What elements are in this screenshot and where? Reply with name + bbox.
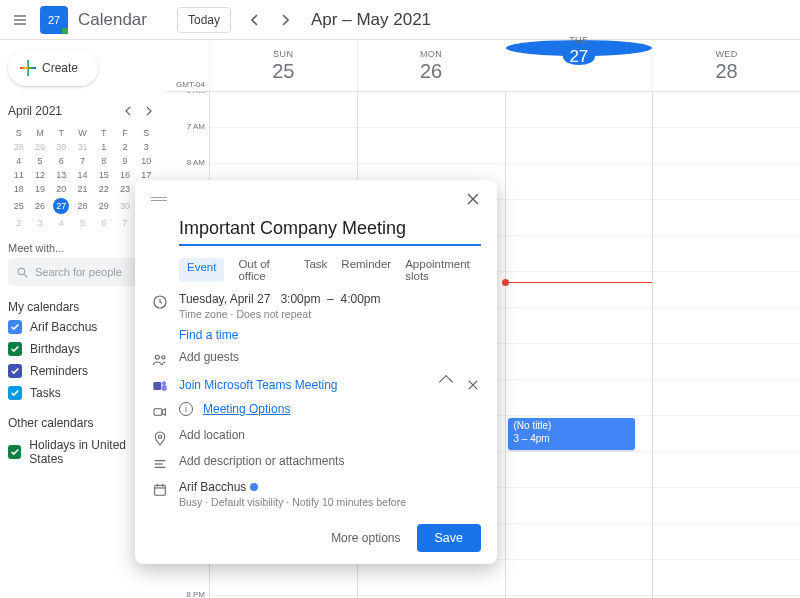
tab-task[interactable]: Task <box>304 258 328 282</box>
mini-day-cell[interactable]: 22 <box>93 182 114 196</box>
hour-label: 8 AM <box>187 158 205 167</box>
mini-day-cell[interactable]: 15 <box>93 168 114 182</box>
remove-conference-button[interactable] <box>465 377 481 393</box>
mini-day-cell[interactable]: 25 <box>8 196 29 216</box>
mini-day-cell[interactable]: 21 <box>72 182 93 196</box>
mini-next-button[interactable] <box>139 102 157 120</box>
event-end-time[interactable]: 4:00pm <box>340 292 380 306</box>
location-icon <box>151 428 169 446</box>
mini-day-cell[interactable]: 31 <box>72 140 93 154</box>
mini-day-cell[interactable]: 2 <box>114 140 135 154</box>
mini-day-cell[interactable]: 8 <box>93 154 114 168</box>
mini-day-cell[interactable]: 1 <box>93 140 114 154</box>
mini-day-cell[interactable]: 19 <box>29 182 50 196</box>
svg-rect-15 <box>154 409 162 416</box>
day-header[interactable]: SUN25 <box>209 40 357 91</box>
hour-label: 7 AM <box>187 122 205 131</box>
add-guests-input[interactable]: Add guests <box>179 350 239 364</box>
day-column[interactable] <box>652 92 800 598</box>
mini-day-cell[interactable]: 16 <box>114 168 135 182</box>
teams-icon <box>151 376 169 394</box>
meeting-options-link[interactable]: Meeting Options <box>203 402 290 416</box>
calendar-checkbox[interactable] <box>8 445 21 459</box>
mini-cal-title: April 2021 <box>8 104 62 118</box>
mini-day-cell[interactable]: 3 <box>29 216 50 230</box>
calendar-checkbox[interactable] <box>8 364 22 378</box>
mini-day-cell[interactable]: 27 <box>51 196 72 216</box>
svg-point-8 <box>155 355 159 359</box>
description-icon <box>151 454 169 472</box>
mini-day-cell[interactable]: 18 <box>8 182 29 196</box>
find-time-link[interactable]: Find a time <box>179 328 238 342</box>
svg-point-9 <box>162 356 165 359</box>
mini-day-cell[interactable]: 20 <box>51 182 72 196</box>
mini-day-cell[interactable]: 29 <box>93 196 114 216</box>
mini-day-cell[interactable]: 7 <box>114 216 135 230</box>
mini-day-cell[interactable]: 29 <box>29 140 50 154</box>
close-dialog-button[interactable] <box>465 191 481 207</box>
mini-day-cell[interactable]: 3 <box>136 140 157 154</box>
mini-day-cell[interactable]: 5 <box>72 216 93 230</box>
mini-day-cell[interactable]: 30 <box>114 196 135 216</box>
calendar-label: Tasks <box>30 386 61 400</box>
mini-day-cell[interactable]: 7 <box>72 154 93 168</box>
event-block[interactable]: (No title)3 – 4pm <box>508 418 636 450</box>
calendar-checkbox[interactable] <box>8 342 22 356</box>
mini-day-cell[interactable]: 13 <box>51 168 72 182</box>
collapse-conference-button[interactable] <box>439 375 453 389</box>
day-header[interactable]: MON26 <box>357 40 505 91</box>
event-type-tabs: EventOut of officeTaskReminderAppointmen… <box>179 258 481 282</box>
now-indicator <box>506 282 653 283</box>
mini-day-cell[interactable]: 4 <box>51 216 72 230</box>
more-options-button[interactable]: More options <box>331 531 400 545</box>
my-calendars-header: My calendars <box>8 300 79 314</box>
hamburger-icon[interactable] <box>6 6 34 34</box>
join-teams-link[interactable]: Join Microsoft Teams Meeting <box>179 378 338 392</box>
event-start-time[interactable]: 3:00pm <box>280 292 320 306</box>
tab-event[interactable]: Event <box>179 258 224 282</box>
mini-day-cell[interactable]: 26 <box>29 196 50 216</box>
mini-day-cell[interactable]: 28 <box>8 140 29 154</box>
day-header[interactable]: TUE27 <box>505 40 653 56</box>
create-button[interactable]: Create <box>8 50 98 86</box>
mini-day-cell[interactable]: 5 <box>29 154 50 168</box>
mini-day-cell[interactable]: 14 <box>72 168 93 182</box>
mini-day-cell[interactable]: 4 <box>8 154 29 168</box>
event-title-input[interactable] <box>179 216 481 246</box>
save-button[interactable]: Save <box>417 524 482 552</box>
mini-day-cell[interactable]: 28 <box>72 196 93 216</box>
calendar-checkbox[interactable] <box>8 386 22 400</box>
event-date[interactable]: Tuesday, April 27 <box>179 292 270 306</box>
day-column[interactable]: (No title)3 – 4pm <box>505 92 653 598</box>
mini-day-cell[interactable]: 6 <box>51 154 72 168</box>
prev-period-button[interactable] <box>243 8 267 32</box>
mini-day-cell[interactable]: 30 <box>51 140 72 154</box>
people-icon <box>151 350 169 368</box>
mini-day-cell[interactable]: 12 <box>29 168 50 182</box>
mini-prev-button[interactable] <box>119 102 137 120</box>
next-period-button[interactable] <box>273 8 297 32</box>
add-location-input[interactable]: Add location <box>179 428 245 442</box>
today-button[interactable]: Today <box>177 7 231 33</box>
mini-day-cell[interactable]: 9 <box>114 154 135 168</box>
event-visibility[interactable]: Busy · Default visibility · Notify 10 mi… <box>179 496 406 508</box>
day-header[interactable]: WED28 <box>652 40 800 91</box>
event-owner[interactable]: Arif Bacchus <box>179 480 246 494</box>
mini-day-cell[interactable]: 23 <box>114 182 135 196</box>
tab-out-of-office[interactable]: Out of office <box>238 258 289 282</box>
tab-reminder[interactable]: Reminder <box>341 258 391 282</box>
search-icon <box>16 266 29 279</box>
video-icon <box>151 402 169 420</box>
mini-day-cell[interactable]: 10 <box>136 154 157 168</box>
timezone-repeat-label[interactable]: Time zone · Does not repeat <box>179 308 381 320</box>
calendar-checkbox[interactable] <box>8 320 22 334</box>
tab-appointment-slots[interactable]: Appointment slots <box>405 258 481 282</box>
svg-point-3 <box>18 268 25 275</box>
mini-day-cell[interactable]: 11 <box>8 168 29 182</box>
mini-day-cell[interactable]: 2 <box>8 216 29 230</box>
svg-line-4 <box>24 274 27 277</box>
svg-rect-12 <box>162 385 167 390</box>
mini-day-cell[interactable]: 6 <box>93 216 114 230</box>
drag-handle-icon[interactable] <box>151 197 167 201</box>
add-description-input[interactable]: Add description or attachments <box>179 454 344 468</box>
